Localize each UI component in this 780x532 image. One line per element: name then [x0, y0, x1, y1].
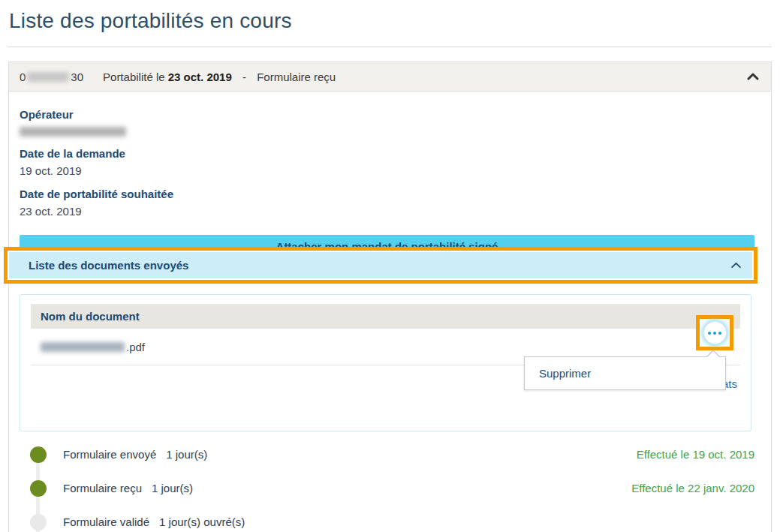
timeline-step-duration: 1 jour(s) [166, 448, 207, 461]
timeline-dot-done-icon [30, 446, 47, 463]
request-date-value: 19 oct. 2019 [20, 164, 760, 177]
timeline-step-status: Effectué le 19 oct. 2019 [637, 448, 754, 461]
portability-card-header[interactable]: 0 30 Portabilité le 23 oct. 2019 - Formu… [9, 62, 771, 92]
ellipsis-icon[interactable] [703, 321, 727, 344]
document-extension: .pdf [126, 341, 145, 353]
portability-card-body: Opérateur Date de la demande 19 oct. 201… [9, 92, 771, 532]
documents-accordion-title: Liste des documents envoyés [29, 259, 188, 272]
document-context-menu: Supprimer [524, 356, 726, 390]
chevron-up-icon[interactable] [730, 262, 742, 269]
portability-date: 23 oct. 2019 [168, 71, 232, 83]
chevron-up-icon[interactable] [747, 73, 759, 80]
operator-value-redacted [20, 127, 126, 137]
portability-summary: Portabilité le 23 oct. 2019 - Formulaire… [103, 71, 336, 83]
wished-date-label: Date de portabilité souhaitée [20, 188, 760, 200]
timeline-row: Formulaire reçu 1 jour(s) Effectué le 22… [20, 471, 760, 505]
ellipsis-highlight-box [696, 315, 733, 350]
title-divider [8, 47, 772, 47]
timeline-step-duration: 1 jour(s) [152, 482, 193, 494]
wished-date-value: 23 oct. 2019 [20, 205, 760, 218]
summary-prefix: Portabilité le [103, 71, 165, 83]
summary-status: Formulaire reçu [257, 71, 336, 83]
documents-accordion-toggle[interactable]: Liste des documents envoyés [9, 252, 752, 278]
phone-number: 0 30 [20, 71, 83, 83]
accordion-highlight-box: Liste des documents envoyés [4, 247, 757, 284]
timeline-row: Formulaire validé 1 jour(s) ouvré(s) [20, 505, 760, 532]
timeline-row: Formulaire envoyé 1 jour(s) Effectué le … [20, 437, 760, 471]
timeline-dot-pending-icon [30, 514, 47, 530]
timeline-dot-done-icon [30, 480, 47, 497]
status-timeline: Formulaire envoyé 1 jour(s) Effectué le … [20, 437, 760, 532]
summary-separator: - [242, 71, 246, 83]
timeline-step-label: Formulaire validé [63, 515, 149, 528]
timeline-step-label: Formulaire reçu [63, 482, 142, 494]
timeline-step-duration: 1 jour(s) ouvré(s) [159, 515, 245, 528]
portability-card: 0 30 Portabilité le 23 oct. 2019 - Formu… [8, 62, 772, 532]
request-date-label: Date de la demande [20, 147, 760, 160]
documents-table-header: Nom du document [31, 304, 740, 329]
phone-redacted [27, 72, 69, 82]
timeline-step-label: Formulaire envoyé [63, 448, 156, 461]
operator-label: Opérateur [20, 108, 760, 121]
phone-suffix: 30 [71, 71, 83, 83]
timeline-step-status: Effectué le 22 janv. 2020 [631, 482, 754, 494]
page-title: Liste des portabilités en cours [9, 9, 292, 33]
document-name-redacted [41, 342, 125, 352]
menu-item-supprimer[interactable]: Supprimer [525, 357, 725, 389]
phone-prefix: 0 [20, 71, 26, 83]
